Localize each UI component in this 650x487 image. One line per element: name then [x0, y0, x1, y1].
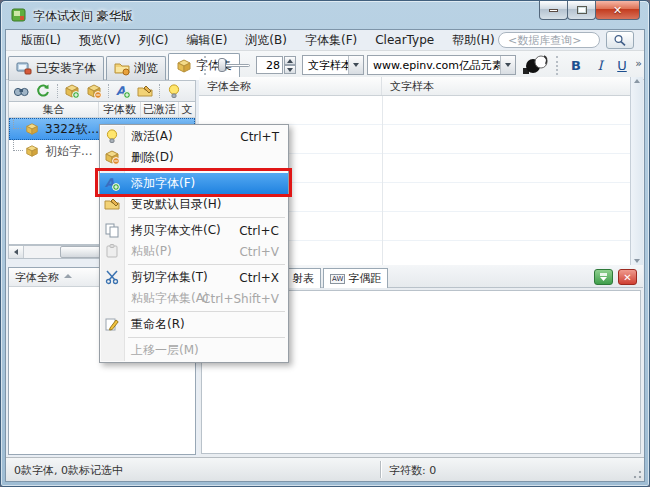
menu-item-label: 粘贴字体集(A): [131, 290, 209, 307]
font-size-value[interactable]: 28: [256, 56, 283, 74]
toolbar: 已安装字体 浏览 字体集 28 文字样本: [6, 51, 644, 80]
app-window: 字体试衣间 豪华版 ✕ 版面(L) 预览(V) 列(C) 编辑(E) 浏览(B)…: [0, 0, 650, 487]
menu-bar: 版面(L) 预览(V) 列(C) 编辑(E) 浏览(B) 字体集(F) Clea…: [6, 30, 644, 51]
main-vertical-scrollbar[interactable]: [630, 77, 643, 265]
sample-style-value: 文字样本: [303, 58, 348, 73]
tab-installed-fonts[interactable]: 已安装字体: [8, 56, 104, 80]
tree-connector: [13, 140, 23, 151]
tab-browse-label: 浏览: [134, 60, 158, 77]
chevron-down-icon: [505, 63, 511, 67]
menu-item-move-up: 上移一层(M): [100, 340, 288, 361]
delete-set-icon[interactable]: [86, 83, 102, 99]
database-search-button[interactable]: [606, 31, 634, 49]
sample-style-combo[interactable]: 文字样本: [302, 55, 364, 75]
combo-dropdown-button[interactable]: [348, 56, 363, 74]
add-font-icon: A: [104, 175, 120, 191]
column-header-truncated[interactable]: 文: [179, 102, 195, 117]
menu-item-rename[interactable]: 重命名(R): [100, 314, 288, 335]
up-arrow-icon: [287, 59, 293, 63]
up-arrow-icon: [634, 79, 640, 83]
font-name-header-label: 字体全称: [15, 270, 59, 285]
refresh-icon[interactable]: [35, 83, 51, 99]
menu-item-cut-fontset[interactable]: 剪切字体集(T) Ctrl+X: [100, 267, 288, 288]
menu-item-delete[interactable]: 删除(D): [100, 147, 288, 168]
menu-help[interactable]: 帮助(H): [443, 30, 503, 51]
status-bar: 0款字体, 0款标记选中 字符数: 0: [6, 457, 644, 481]
toolbar-grip: [556, 56, 559, 75]
add-font-icon[interactable]: A: [115, 83, 131, 99]
change-dir-icon[interactable]: [137, 83, 153, 99]
menu-item-paste: 粘贴(P) Ctrl+V: [100, 241, 288, 262]
panel-close-button[interactable]: ✕: [618, 269, 637, 285]
font-size-down-button[interactable]: [284, 65, 296, 74]
font-size-up-button[interactable]: [284, 56, 296, 65]
menu-layout[interactable]: 版面(L): [12, 30, 70, 51]
fontset-package-icon: [25, 122, 39, 136]
menu-item-shortcut: Ctrl+V: [239, 245, 279, 259]
menu-browse[interactable]: 浏览(B): [236, 30, 296, 51]
new-set-icon[interactable]: [64, 83, 80, 99]
menu-item-activate[interactable]: 激活(A) Ctrl+T: [100, 126, 288, 147]
tab-kerning[interactable]: AW 字偶距: [323, 268, 388, 288]
minimize-button[interactable]: [539, 1, 568, 20]
column-separator: [382, 96, 383, 265]
context-menu: 激活(A) Ctrl+T 删除(D) A 添加字体(F) 更改默认目录(H): [99, 124, 289, 363]
close-button[interactable]: ✕: [595, 1, 640, 20]
column-header-collection[interactable]: 集合: [9, 102, 99, 117]
column-header-fullname[interactable]: 字体全称: [199, 77, 382, 95]
scroll-left-button[interactable]: [9, 246, 24, 258]
client-area: 版面(L) 预览(V) 列(C) 编辑(E) 浏览(B) 字体集(F) Clea…: [5, 29, 645, 482]
underline-button[interactable]: U: [612, 55, 632, 75]
menu-item-label: 激活(A): [131, 128, 173, 145]
menu-preview[interactable]: 预览(V): [70, 30, 130, 51]
panel-export-button[interactable]: [594, 269, 613, 285]
database-search-input[interactable]: [498, 32, 600, 48]
menu-columns[interactable]: 列(C): [130, 30, 178, 51]
resize-grip[interactable]: [630, 467, 642, 479]
menu-item-label: 删除(D): [131, 149, 174, 166]
menu-cleartype[interactable]: ClearType: [366, 31, 443, 49]
menu-item-label: 剪切字体集(T): [131, 269, 208, 286]
bold-button[interactable]: B: [566, 55, 586, 75]
status-chars-text: 字符数: 0: [389, 463, 436, 478]
title-bar: 字体试衣间 豪华版 ✕: [1, 1, 649, 29]
separator: [108, 84, 109, 98]
tab-installed-fonts-label: 已安装字体: [36, 60, 96, 77]
change-dir-icon: [104, 196, 120, 212]
italic-button[interactable]: I: [590, 55, 610, 75]
sort-ascending-icon: [64, 274, 72, 278]
export-down-icon: [598, 272, 609, 282]
rename-pencil-icon: [104, 316, 120, 332]
menu-item-copy-font-file[interactable]: 拷贝字体文件(C) Ctrl+C: [100, 220, 288, 241]
menu-edit[interactable]: 编辑(E): [177, 30, 236, 51]
menu-item-change-dir[interactable]: 更改默认目录(H): [100, 194, 288, 215]
activate-bulb-icon[interactable]: [166, 83, 182, 99]
close-icon: ✕: [623, 272, 631, 283]
tab-charmap[interactable]: 射表: [285, 268, 321, 288]
color-swap-icon: [522, 54, 550, 76]
menu-item-shortcut: Ctrl+Shift+V: [202, 292, 279, 306]
tab-browse[interactable]: 浏览: [106, 56, 166, 80]
menu-fontset[interactable]: 字体集(F): [296, 30, 366, 51]
down-arrow-icon: [287, 68, 293, 72]
fontset-name: 初始字...: [45, 143, 92, 160]
sample-text-combo[interactable]: www.epinv.com亿品元素: [367, 55, 516, 75]
paste-icon: [104, 243, 120, 259]
window-title: 字体试衣间 豪华版: [33, 8, 133, 25]
combo-dropdown-button[interactable]: [500, 56, 515, 74]
tree-connector: [13, 118, 23, 129]
delete-set-icon: [104, 149, 120, 165]
search-binoculars-icon[interactable]: [13, 83, 29, 99]
column-header-fontcount[interactable]: 字体数: [99, 102, 141, 117]
fontset-toolbar: A: [8, 80, 196, 101]
scissors-icon: [104, 269, 120, 285]
maximize-button[interactable]: [567, 1, 596, 20]
tab-kerning-label: 字偶距: [348, 271, 381, 286]
activate-bulb-icon: [104, 128, 120, 144]
column-header-sample[interactable]: 文字样本: [382, 77, 643, 95]
menu-item-add-font[interactable]: A 添加字体(F): [100, 173, 288, 194]
font-size-slider-thumb[interactable]: [218, 58, 226, 72]
installed-fonts-icon: [16, 60, 32, 76]
toolbar-overflow-button[interactable]: »: [635, 57, 642, 70]
column-header-activated[interactable]: 已激活: [141, 102, 179, 117]
